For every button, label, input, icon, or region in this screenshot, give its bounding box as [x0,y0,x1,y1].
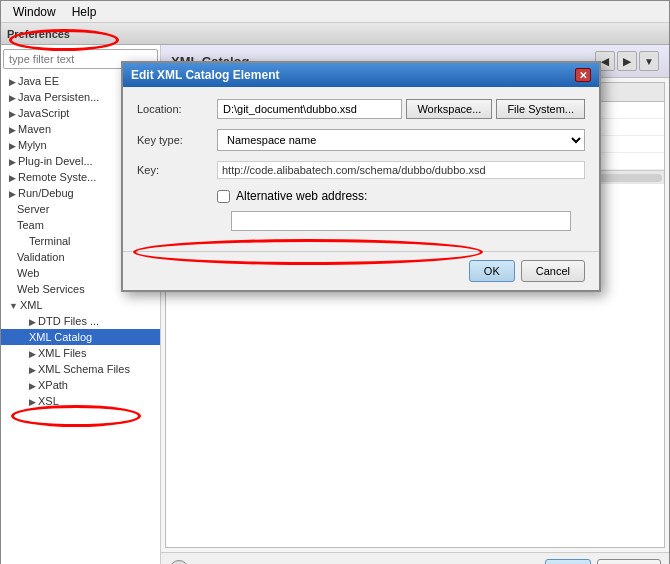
edit-dialog: Edit XML Catalog Element ✕ Location: Wor… [121,61,601,292]
location-label: Location: [137,103,217,115]
location-row: Location: Workspace... File System... [137,99,585,119]
key-value: http://code.alibabatech.com/schema/dubbo… [217,161,585,179]
dialog-title-bar: Edit XML Catalog Element ✕ [123,63,599,87]
dialog-ok-button[interactable]: OK [469,260,515,282]
alt-web-row: Alternative web address: [137,189,585,203]
alt-web-input[interactable] [231,211,571,231]
dialog-cancel-button[interactable]: Cancel [521,260,585,282]
key-label: Key: [137,164,217,176]
dialog-bottom: OK Cancel [123,251,599,290]
dialog-close-button[interactable]: ✕ [575,68,591,82]
alt-web-label: Alternative web address: [236,189,367,203]
dialog-title: Edit XML Catalog Element [131,68,279,82]
location-input[interactable] [217,99,402,119]
file-system-button[interactable]: File System... [496,99,585,119]
workspace-button[interactable]: Workspace... [406,99,492,119]
location-input-row: Workspace... File System... [217,99,585,119]
dialog-body: Location: Workspace... File System... Ke… [123,87,599,251]
key-type-row: Key type: Namespace name Public ID Syste… [137,129,585,151]
alt-web-checkbox[interactable] [217,190,230,203]
key-row: Key: http://code.alibabatech.com/schema/… [137,161,585,179]
dialog-overlay: Edit XML Catalog Element ✕ Location: Wor… [1,1,669,563]
key-type-label: Key type: [137,134,217,146]
main-window: Window Help Preferences ▶Java EE ▶Java P… [0,0,670,564]
key-type-select[interactable]: Namespace name Public ID System ID URI [217,129,585,151]
